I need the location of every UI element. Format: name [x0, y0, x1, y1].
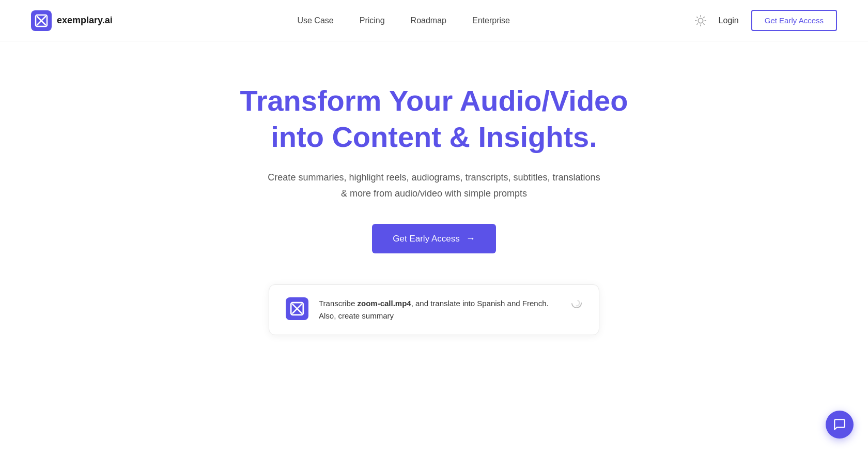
svg-line-10 — [696, 23, 697, 24]
chat-bubble-button[interactable] — [826, 411, 854, 439]
svg-line-11 — [703, 17, 704, 17]
nav-right: Login Get Early Access — [695, 10, 837, 31]
brand-name: exemplary.ai — [57, 15, 113, 26]
hero-subtitle: Create summaries, highlight reels, audio… — [264, 170, 605, 201]
spinner-icon — [571, 297, 582, 309]
theme-toggle-button[interactable] — [695, 15, 706, 26]
demo-text-before: Transcribe — [319, 299, 357, 308]
demo-filename: zoom-call.mp4 — [357, 299, 411, 308]
hero-cta-button[interactable]: Get Early Access → — [372, 224, 495, 253]
chat-icon — [833, 418, 846, 431]
hero-cta-label: Get Early Access — [393, 234, 459, 244]
nav-enterprise[interactable]: Enterprise — [472, 16, 510, 25]
hero-title: Transform Your Audio/Video into Content … — [227, 83, 641, 155]
svg-line-6 — [696, 17, 697, 17]
navbar: exemplary.ai Use Case Pricing Roadmap En… — [0, 0, 868, 41]
svg-point-16 — [574, 300, 580, 306]
login-button[interactable]: Login — [719, 16, 739, 25]
demo-card: Transcribe zoom-call.mp4, and translate … — [269, 284, 599, 335]
svg-line-7 — [703, 23, 704, 24]
hero-section: Transform Your Audio/Video into Content … — [0, 41, 868, 366]
nav-use-case[interactable]: Use Case — [297, 16, 333, 25]
arrow-icon: → — [466, 233, 475, 244]
logo-link[interactable]: exemplary.ai — [31, 10, 113, 31]
sun-icon — [695, 15, 706, 26]
demo-spinner — [571, 297, 582, 311]
logo-icon — [31, 10, 52, 31]
nav-early-access-button[interactable]: Get Early Access — [751, 10, 837, 31]
nav-roadmap[interactable]: Roadmap — [411, 16, 446, 25]
nav-pricing[interactable]: Pricing — [360, 16, 385, 25]
demo-card-text: Transcribe zoom-call.mp4, and translate … — [319, 297, 561, 322]
demo-card-logo-icon — [286, 297, 308, 320]
svg-point-3 — [698, 18, 703, 23]
nav-links: Use Case Pricing Roadmap Enterprise — [297, 16, 509, 25]
